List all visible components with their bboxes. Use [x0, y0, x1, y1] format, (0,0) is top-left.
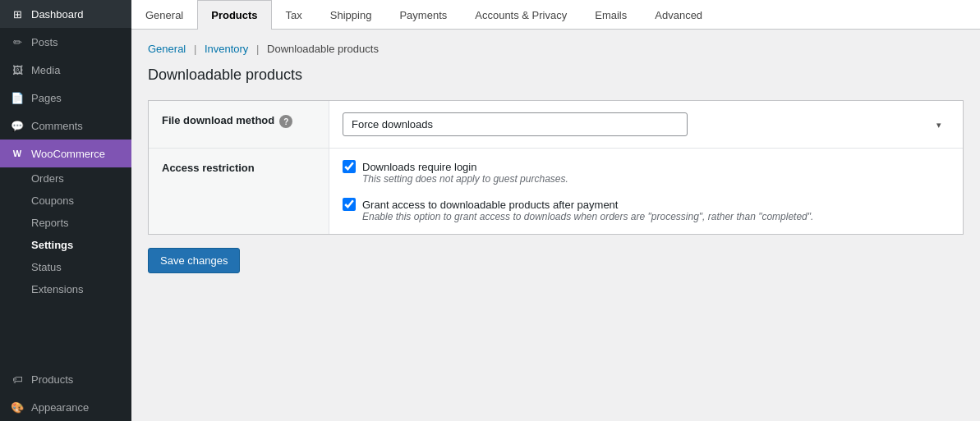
sidebar-item-label: Media	[31, 64, 60, 76]
tab-products[interactable]: Products	[197, 0, 271, 30]
woo-icon: W	[10, 146, 25, 161]
tab-accounts-privacy[interactable]: Accounts & Privacy	[461, 0, 581, 30]
settings-tabs: General Products Tax Shipping Payments A…	[131, 0, 980, 30]
grant-access-helper: Enable this option to grant access to do…	[343, 211, 950, 222]
access-restriction-row: Access restriction Downloads require log…	[149, 149, 963, 234]
sidebar-item-media[interactable]: 🖼 Media	[0, 56, 131, 84]
grant-access-label[interactable]: Grant access to downloadable products af…	[362, 199, 618, 211]
file-download-select-wrapper: Force downloads X-Accel-Redirect/X-Sendf…	[343, 112, 950, 136]
require-login-helper: This setting does not apply to guest pur…	[343, 173, 950, 185]
access-restriction-label: Access restriction	[149, 149, 329, 234]
tab-general[interactable]: General	[131, 0, 197, 30]
sidebar: ⊞ Dashboard ✏ Posts 🖼 Media 📄 Pages 💬 Co…	[0, 0, 131, 421]
breadcrumb-current: Downloadable products	[267, 43, 379, 55]
save-button[interactable]: Save changes	[148, 248, 240, 273]
products-icon: 🏷	[10, 372, 25, 387]
tab-payments[interactable]: Payments	[385, 0, 461, 30]
sidebar-item-comments[interactable]: 💬 Comments	[0, 112, 131, 140]
settings-content: General | Inventory | Downloadable produ…	[131, 30, 980, 421]
select-arrow-icon: ▾	[936, 119, 941, 130]
grant-access-row: Grant access to downloadable products af…	[343, 198, 950, 211]
require-login-checkbox[interactable]	[343, 160, 356, 173]
sidebar-subitem-reports[interactable]: Reports	[0, 212, 131, 234]
sidebar-item-label: Pages	[31, 92, 62, 104]
access-restriction-field: Downloads require login This setting doe…	[329, 149, 963, 234]
dashboard-icon: ⊞	[10, 7, 25, 21]
breadcrumb-sep-1: |	[194, 43, 196, 55]
sidebar-subitem-settings[interactable]: Settings	[0, 234, 131, 256]
sidebar-subitem-status[interactable]: Status	[0, 256, 131, 278]
tab-tax[interactable]: Tax	[272, 0, 316, 30]
sidebar-item-label: Posts	[31, 36, 58, 48]
require-login-row: Downloads require login	[343, 160, 950, 173]
page-title: Downloadable products	[148, 66, 964, 84]
appearance-icon: 🎨	[10, 400, 25, 414]
sidebar-item-products[interactable]: 🏷 Products	[0, 365, 131, 393]
breadcrumb-sep-2: |	[256, 43, 259, 55]
sidebar-item-label: WooCommerce	[31, 148, 105, 160]
file-download-select[interactable]: Force downloads X-Accel-Redirect/X-Sendf…	[343, 112, 688, 136]
sidebar-subitem-coupons[interactable]: Coupons	[0, 190, 131, 212]
require-login-group: Downloads require login This setting doe…	[343, 160, 950, 185]
grant-access-checkbox[interactable]	[343, 198, 356, 211]
tab-emails[interactable]: Emails	[581, 0, 641, 30]
sidebar-item-label: Dashboard	[31, 8, 84, 21]
sidebar-item-label: Comments	[31, 120, 83, 132]
sidebar-item-pages[interactable]: 📄 Pages	[0, 84, 131, 112]
sidebar-item-posts[interactable]: ✏ Posts	[0, 28, 131, 56]
media-icon: 🖼	[10, 62, 25, 77]
file-download-label: File download method ?	[149, 101, 329, 148]
breadcrumb: General | Inventory | Downloadable produ…	[148, 43, 964, 55]
breadcrumb-inventory[interactable]: Inventory	[205, 43, 248, 55]
grant-access-group: Grant access to downloadable products af…	[343, 198, 950, 222]
require-login-label[interactable]: Downloads require login	[362, 161, 476, 173]
main-content: General Products Tax Shipping Payments A…	[131, 0, 980, 421]
sidebar-item-label: Appearance	[31, 401, 89, 414]
comments-icon: 💬	[10, 118, 25, 133]
sidebar-subitem-orders[interactable]: Orders	[0, 167, 131, 190]
pages-icon: 📄	[10, 90, 25, 105]
settings-panel: File download method ? Force downloads X…	[148, 100, 964, 235]
sidebar-item-dashboard[interactable]: ⊞ Dashboard	[0, 0, 131, 28]
file-download-field: Force downloads X-Accel-Redirect/X-Sendf…	[329, 101, 963, 148]
sidebar-item-woocommerce[interactable]: W WooCommerce	[0, 140, 131, 167]
file-download-row: File download method ? Force downloads X…	[149, 101, 963, 149]
breadcrumb-general[interactable]: General	[148, 43, 186, 55]
tab-shipping[interactable]: Shipping	[316, 0, 386, 30]
sidebar-subitem-extensions[interactable]: Extensions	[0, 278, 131, 300]
sidebar-item-label: Products	[31, 373, 73, 386]
posts-icon: ✏	[10, 34, 25, 49]
help-icon-file-download[interactable]: ?	[279, 115, 292, 128]
tab-advanced[interactable]: Advanced	[641, 0, 716, 30]
sidebar-item-appearance[interactable]: 🎨 Appearance	[0, 393, 131, 421]
